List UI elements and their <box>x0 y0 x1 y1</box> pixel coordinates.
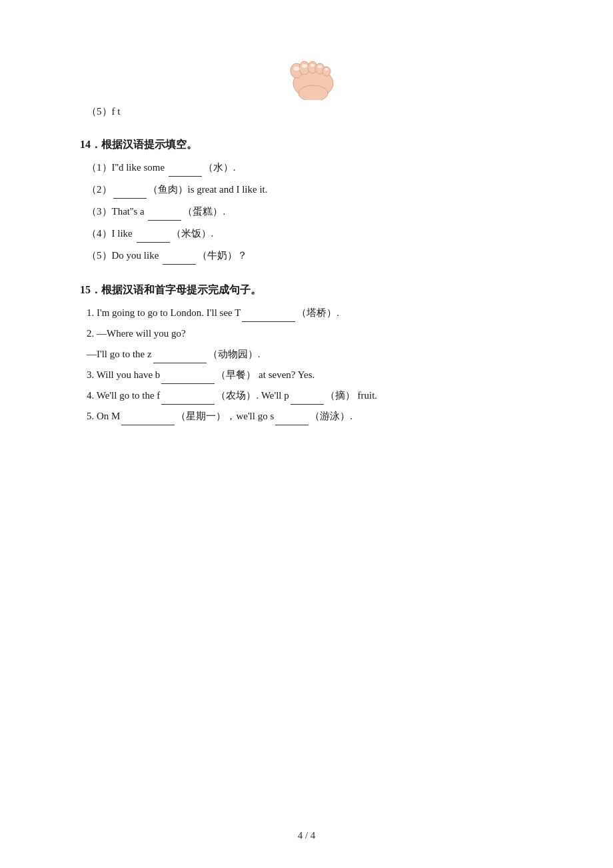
blank <box>163 264 196 265</box>
page-container: （5）f t 14．根据汉语提示填空。 （1）I''d like some （水… <box>0 0 613 868</box>
section15-title: 15．根据汉语和首字母提示完成句子。 <box>80 283 546 297</box>
section-15: 15．根据汉语和首字母提示完成句子。 1. I'm going to go to… <box>80 283 546 425</box>
section15-list: 1. I'm going to go to London. I'll see T… <box>80 304 546 425</box>
list-item: （4）I like （米饭）. <box>87 225 546 243</box>
item5-label: （5）f t <box>80 105 546 118</box>
foot-image-area <box>80 40 546 100</box>
list-item: （2）（鱼肉）is great and I like it. <box>87 181 546 199</box>
svg-point-7 <box>293 66 300 71</box>
foot-icon <box>277 40 350 100</box>
section14-title: 14．根据汉语提示填空。 <box>80 138 546 152</box>
blank <box>137 242 170 243</box>
section-14: 14．根据汉语提示填空。 （1）I''d like some （水）. （2）（… <box>80 138 546 265</box>
list-item: （1）I''d like some （水）. <box>87 159 546 177</box>
svg-point-8 <box>301 64 308 69</box>
list-item: 1. I'm going to go to London. I'll see T… <box>87 304 546 322</box>
svg-point-10 <box>317 65 322 69</box>
svg-point-1 <box>299 85 328 100</box>
blank <box>161 404 215 405</box>
blank <box>275 425 308 425</box>
svg-point-9 <box>310 63 315 67</box>
blank <box>121 425 175 425</box>
list-item: （3）That''s a （蛋糕）. <box>87 203 546 221</box>
blank <box>148 220 181 221</box>
page-footer: 4 / 4 <box>0 830 613 841</box>
blank <box>291 404 324 405</box>
blank <box>113 198 147 199</box>
blank <box>169 176 202 177</box>
list-item: 5. On M（星期一），we'll go s（游泳）. <box>87 407 546 425</box>
list-item: —I'll go to the z（动物园）. <box>87 345 546 363</box>
list-item: 3. Will you have b（早餐） at seven? Yes. <box>87 366 546 384</box>
blank <box>161 383 215 384</box>
blank <box>153 363 207 363</box>
list-item: 4. We'll go to the f（农场）. We'll p（摘） fru… <box>87 387 546 405</box>
svg-point-11 <box>324 67 329 71</box>
list-item: （5）Do you like （牛奶）？ <box>87 247 546 265</box>
list-item: 2. —Where will you go? <box>87 325 546 343</box>
section14-list: （1）I''d like some （水）. （2）（鱼肉）is great a… <box>80 159 546 265</box>
blank <box>242 321 295 322</box>
page-number: 4 / 4 <box>298 830 316 841</box>
